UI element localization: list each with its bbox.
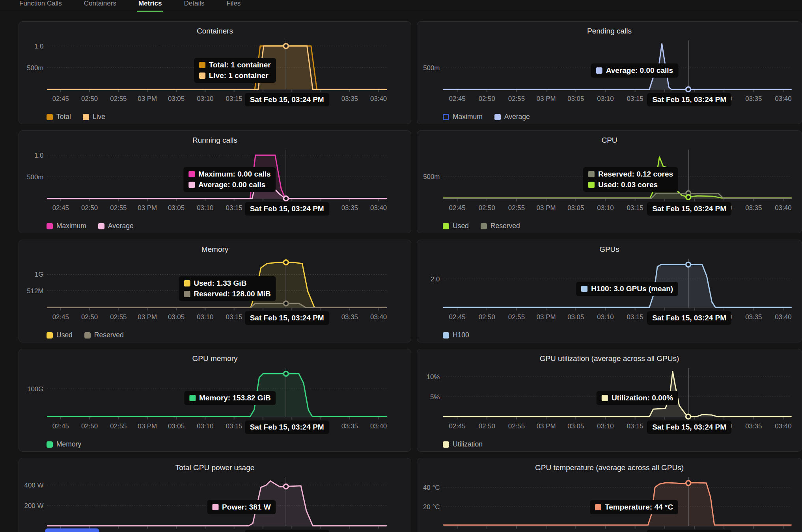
chart-panel-gpus: GPUs2.002:4502:5002:5503 PM03:0503:1003:… <box>417 240 802 342</box>
date-tooltip: Sat Feb 15, 03:24 PM <box>647 530 731 532</box>
tab-metrics[interactable]: Metrics <box>138 0 163 12</box>
legend-label: H100 <box>453 331 469 339</box>
tooltip-swatch <box>184 280 190 286</box>
x-tick-label: 03:40 <box>370 95 387 102</box>
date-tooltip: Sat Feb 15, 03:24 PM <box>245 202 329 216</box>
x-tick-label: 03:35 <box>341 95 358 102</box>
legend-item-reserved[interactable]: Reserved <box>481 222 520 230</box>
x-tick-label: 03:40 <box>370 204 387 212</box>
tooltip-row: Power: 381 W <box>212 503 271 512</box>
y-tick-label: 1G <box>35 271 44 278</box>
x-tick-label: 03:40 <box>775 422 791 430</box>
legend-label: Memory <box>56 440 81 448</box>
x-tick-label: 02:50 <box>479 95 495 102</box>
active-tab-underline <box>137 11 164 12</box>
legend-item-used[interactable]: Used <box>47 331 73 339</box>
tooltip-swatch <box>588 182 595 188</box>
legend-label: Used <box>453 222 469 230</box>
tooltip-row: Utilization: 0.00% <box>602 394 673 402</box>
legend-running-calls: MaximumAverage <box>47 222 134 230</box>
series-tooltip-gpus: H100: 3.0 GPUs (mean) <box>576 282 678 296</box>
chart-panel-memory: Memory1G512M02:4502:5002:5503 PM03:0503:… <box>19 240 411 342</box>
x-tick-label: 03:15 <box>627 95 643 102</box>
x-tick-label: 03:10 <box>197 95 213 102</box>
legend-item-reserved[interactable]: Reserved <box>84 331 124 339</box>
x-tick-label: 03:35 <box>745 95 762 102</box>
series-tooltip-gpu-utilization: Utilization: 0.00% <box>597 391 678 405</box>
chart-plot-gpu-power[interactable]: 400 W200 W02:4502:5002:5503 PM03:0503:10… <box>19 458 411 532</box>
y-tick-label: 500m <box>423 64 440 72</box>
legend-swatch <box>494 114 501 120</box>
tooltip-swatch <box>189 395 196 401</box>
legend-swatch <box>84 332 91 339</box>
x-tick-label: 02:50 <box>479 313 495 321</box>
y-tick-label: 400 W <box>24 482 44 489</box>
tooltip-swatch <box>188 182 195 188</box>
tooltip-swatch <box>199 62 205 68</box>
x-tick-label: 03:05 <box>168 313 185 321</box>
hover-marker-ring <box>283 44 288 48</box>
legend-item-live[interactable]: Live <box>83 113 105 121</box>
chart-plot-gpu-temperature[interactable]: 40 °C20 °C02:4502:5002:5503 PM03:0503:10… <box>417 458 802 532</box>
legend-gpus: H100 <box>443 331 469 339</box>
legend-gpu-utilization: Utilization <box>443 440 483 448</box>
series-tooltip-gpu-power: Power: 381 W <box>207 500 276 514</box>
tooltip-swatch <box>581 286 588 292</box>
legend-item-memory[interactable]: Memory <box>47 440 81 448</box>
x-tick-label: 03 PM <box>138 204 157 212</box>
x-tick-label: 02:55 <box>110 313 127 321</box>
x-tick-label: 02:45 <box>52 422 69 430</box>
legend-pending-calls: MaximumAverage <box>443 113 530 121</box>
tooltip-row: Average: 0.00 calls <box>188 180 271 189</box>
tooltip-swatch <box>188 171 195 177</box>
x-tick-label: 03:10 <box>597 422 614 430</box>
chart-panel-containers: Containers1.0500m02:4502:5002:5503 PM03:… <box>19 21 411 124</box>
tab-details[interactable]: Details <box>183 0 205 12</box>
legend-item-average[interactable]: Average <box>98 222 134 230</box>
tooltip-text: Temperature: 44 °C <box>605 503 673 512</box>
tab-function-calls[interactable]: Function Calls <box>19 0 63 12</box>
chart-panel-running-calls: Running calls1.0500m02:4502:5002:5503 PM… <box>19 130 411 233</box>
hover-marker-ring <box>283 260 288 265</box>
x-tick-label: 02:55 <box>110 95 127 102</box>
x-tick-label: 02:55 <box>508 95 525 102</box>
x-tick-label: 03:10 <box>597 95 614 102</box>
x-tick-label: 03:05 <box>168 204 185 212</box>
x-tick-label: 03 PM <box>138 422 157 430</box>
x-tick-label: 02:45 <box>52 313 69 321</box>
x-tick-label: 03 PM <box>537 422 556 430</box>
legend-item-average[interactable]: Average <box>494 113 530 121</box>
hover-marker-ring <box>686 87 691 92</box>
y-tick-label: 40 °C <box>423 484 440 491</box>
x-tick-label: 03:35 <box>745 204 762 212</box>
legend-item-utilization[interactable]: Utilization <box>443 440 483 448</box>
y-tick-label: 200 W <box>24 502 44 510</box>
y-tick-label: 500m <box>423 173 440 180</box>
x-tick-label: 02:45 <box>449 313 466 321</box>
x-tick-label: 02:50 <box>81 204 98 212</box>
tab-files[interactable]: Files <box>226 0 241 12</box>
legend-item-maximum[interactable]: Maximum <box>443 113 483 121</box>
tooltip-text: Reserved: 128.00 MiB <box>194 290 270 298</box>
x-tick-label: 03:05 <box>168 95 185 102</box>
legend-item-h100[interactable]: H100 <box>443 331 469 339</box>
x-tick-label: 03:35 <box>745 422 762 430</box>
tab-containers[interactable]: Containers <box>83 0 117 12</box>
legend-containers: TotalLive <box>47 113 105 121</box>
legend-item-used[interactable]: Used <box>443 222 469 230</box>
legend-swatch <box>481 223 487 229</box>
series-tooltip-memory: Used: 1.33 GiBReserved: 128.00 MiB <box>179 276 276 301</box>
bottom-left-blue-button[interactable] <box>45 528 99 532</box>
legend-item-maximum[interactable]: Maximum <box>47 222 86 230</box>
x-tick-label: 03:40 <box>370 313 387 321</box>
hover-marker-ring <box>283 196 288 201</box>
series-tooltip-running-calls: Maximum: 0.00 callsAverage: 0.00 calls <box>183 167 276 192</box>
tooltip-text: H100: 3.0 GPUs (mean) <box>591 285 673 293</box>
legend-item-total[interactable]: Total <box>47 113 71 121</box>
series-tooltip-gpu-memory: Memory: 153.82 GiB <box>184 391 276 405</box>
chart-panel-pending-calls: Pending calls500m02:4502:5002:5503 PM03:… <box>417 21 802 124</box>
date-tooltip: Sat Feb 15, 03:24 PM <box>647 420 731 434</box>
series-tooltip-gpu-temperature: Temperature: 44 °C <box>590 500 678 514</box>
date-tooltip: Sat Feb 15, 03:24 PM <box>647 202 731 216</box>
tooltip-text: Maximum: 0.00 calls <box>198 170 271 179</box>
